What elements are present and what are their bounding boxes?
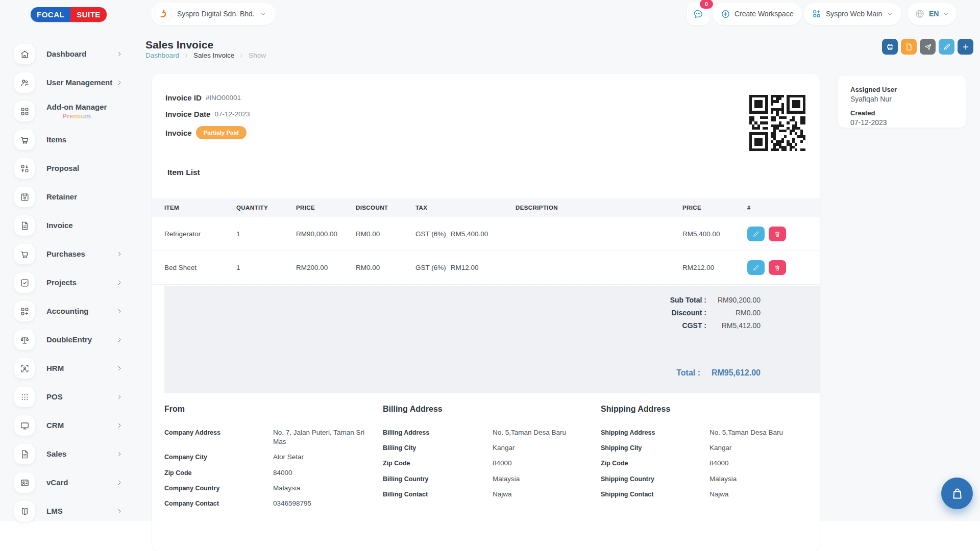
sidebar-item-hrm[interactable]: HRM xyxy=(14,358,122,379)
sidebar-item-user-management[interactable]: User Management xyxy=(14,72,122,93)
chevron-right-icon xyxy=(116,51,122,57)
sidebar-item-crm[interactable]: CRM xyxy=(14,415,122,436)
sidebar-item-invoice[interactable]: Invoice xyxy=(14,215,122,236)
row-edit-button[interactable] xyxy=(747,227,765,241)
qr-code xyxy=(749,95,805,151)
sidebar-item-doubleentry[interactable]: DoubleEntry xyxy=(14,330,122,350)
chat-button[interactable]: 0 xyxy=(687,3,709,25)
chevron-right-icon xyxy=(116,51,122,57)
row-edit-button[interactable] xyxy=(747,260,765,275)
chevron-right-icon xyxy=(239,53,244,58)
cell-quantity: 1 xyxy=(236,230,296,238)
app-menu-selector[interactable]: Syspro Web Main xyxy=(804,3,901,25)
address-row-billing-address: Billing AddressNo. 5,Taman Desa Baru xyxy=(383,428,589,437)
assigned-user-label: Assigned User xyxy=(850,86,953,93)
language-selector[interactable]: EN xyxy=(908,3,957,25)
chevron-down-icon xyxy=(260,11,266,17)
cart-fab-button[interactable] xyxy=(941,478,973,509)
address-row-company-city: Company CityAlor Setar xyxy=(164,453,371,462)
sidebar-item-projects[interactable]: Projects xyxy=(14,272,122,293)
row-delete-button[interactable] xyxy=(769,227,786,241)
sidebar-item-label: Purchases xyxy=(46,249,85,259)
discount-value: RM0.00 xyxy=(706,309,761,317)
chevron-right-icon xyxy=(116,337,122,343)
total-value: RM95,612.00 xyxy=(700,368,761,378)
invoice-id-value: #INO00001 xyxy=(206,94,241,102)
globe-icon xyxy=(915,9,925,19)
assignment-card: Assigned User Syafiqah Nur Created 07-12… xyxy=(838,76,966,128)
chevron-down-icon xyxy=(943,11,949,17)
chevron-right-icon xyxy=(116,451,122,457)
sidebar-item-label: Proposal xyxy=(46,164,79,173)
sidebar-item-label: LMS xyxy=(46,507,63,516)
address-row-company-address: Company AddressNo. 7, Jalan Puteri, Tama… xyxy=(164,428,371,446)
invoice-card: Invoice ID #INO00001 Invoice Date 07-12-… xyxy=(152,74,820,551)
subtotal-value: RM90,200.00 xyxy=(706,296,761,304)
sidebar: DashboardUser ManagementAdd-on ManagerPr… xyxy=(14,44,122,521)
breadcrumb-sales-invoice[interactable]: Sales Invoice xyxy=(193,52,234,59)
send-button[interactable] xyxy=(920,39,936,55)
users-icon xyxy=(20,78,30,88)
created-value: 07-12-2023 xyxy=(850,118,953,127)
chevron-right-icon xyxy=(116,480,122,486)
sidebar-item-accounting[interactable]: Accounting xyxy=(14,301,122,321)
sidebar-item-label: Add-on Manager xyxy=(46,103,107,112)
column-header-actions: # xyxy=(747,205,820,211)
grid-plus-icon xyxy=(20,307,30,316)
sidebar-item-items[interactable]: Items xyxy=(14,130,122,150)
cgst-label: CGST : xyxy=(682,321,706,330)
document-button[interactable] xyxy=(901,39,917,55)
sidebar-item-label: Retainer xyxy=(46,192,77,202)
scales-icon xyxy=(20,335,30,345)
sidebar-item-sales[interactable]: Sales xyxy=(14,444,122,464)
sidebar-item-label: Invoice xyxy=(46,221,73,230)
chevron-right-icon xyxy=(184,53,189,58)
cart-icon xyxy=(20,135,30,145)
sidebar-item-vcard[interactable]: vCard xyxy=(14,472,122,493)
home-icon xyxy=(14,44,35,64)
workspace-name: Syspro Digital Sdn. Bhd. xyxy=(177,10,255,18)
assigned-user-value: Syafiqah Nur xyxy=(850,95,953,103)
sidebar-item-label: Projects xyxy=(46,278,77,287)
sidebar-item-dashboard[interactable]: Dashboard xyxy=(14,44,122,64)
chevron-right-icon xyxy=(116,337,122,343)
breadcrumb-dashboard[interactable]: Dashboard xyxy=(145,52,179,59)
chevron-right-icon xyxy=(116,394,122,400)
sidebar-item-retainer[interactable]: Retainer xyxy=(14,187,122,207)
shopping-bag-icon xyxy=(950,487,964,500)
column-header-price: PRICE xyxy=(682,205,747,211)
id-card-icon xyxy=(20,478,30,488)
page-title: Sales Invoice xyxy=(145,39,213,51)
sidebar-item-lms[interactable]: LMS xyxy=(14,501,122,521)
row-delete-button[interactable] xyxy=(769,260,786,275)
from-address-block: From Company AddressNo. 7, Jalan Puteri,… xyxy=(164,405,371,508)
sidebar-item-label: User Management xyxy=(46,78,112,87)
edit-button[interactable] xyxy=(939,39,954,55)
print-button[interactable] xyxy=(882,39,898,55)
sidebar-item-label: vCard xyxy=(46,478,68,487)
monitor-icon xyxy=(20,421,30,431)
invoice-date-value: 07-12-2023 xyxy=(214,110,250,118)
swap-icon xyxy=(14,158,35,179)
id-card-icon xyxy=(14,472,35,493)
chevron-right-icon xyxy=(116,480,122,486)
file-icon xyxy=(14,444,35,464)
column-header-description: DESCRIPTION xyxy=(516,205,682,211)
chevron-right-icon xyxy=(116,508,122,514)
pencil-icon xyxy=(752,231,760,238)
sidebar-item-proposal[interactable]: Proposal xyxy=(14,158,122,179)
sidebar-item-add-on-manager[interactable]: Add-on ManagerPremium xyxy=(14,101,122,121)
from-title: From xyxy=(164,405,371,414)
app-logo: FOCALSUITE xyxy=(31,7,107,22)
chevron-right-icon xyxy=(116,80,122,86)
sidebar-item-pos[interactable]: POS xyxy=(14,387,122,407)
book-icon xyxy=(14,501,35,521)
add-button[interactable] xyxy=(958,39,973,55)
cell-tax: GST (6%)RM12.00 xyxy=(415,264,516,271)
breadcrumb-separator-icon xyxy=(239,53,244,58)
column-header-quantity: QUANTITY xyxy=(236,205,296,211)
chevron-right-icon xyxy=(116,308,122,314)
create-workspace-button[interactable]: Create Workspace xyxy=(713,3,802,25)
workspace-selector[interactable]: Syspro Digital Sdn. Bhd. xyxy=(151,3,276,25)
sidebar-item-purchases[interactable]: Purchases xyxy=(14,244,122,264)
